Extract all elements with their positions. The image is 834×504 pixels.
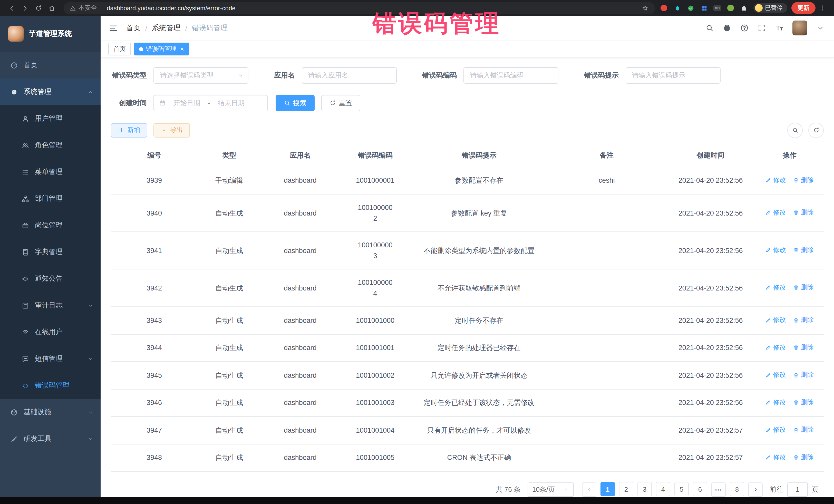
close-icon[interactable]: ×: [180, 46, 184, 52]
sidebar-item-dicts[interactable]: 字典管理: [0, 239, 101, 265]
green-extension-icon[interactable]: [726, 4, 735, 12]
error-code-input[interactable]: [463, 67, 558, 83]
start-date-input[interactable]: [169, 99, 205, 107]
date-range-picker[interactable]: -: [153, 95, 268, 111]
profile-chip[interactable]: 已暂停: [753, 3, 787, 13]
edit-button[interactable]: 修改: [766, 424, 786, 435]
browser-back-button[interactable]: [5, 1, 19, 15]
goto-page-input[interactable]: [787, 482, 808, 497]
app-logo[interactable]: 芋道管理系统: [0, 16, 101, 52]
edit-button[interactable]: 修改: [766, 245, 786, 256]
delete-button[interactable]: 删除: [793, 370, 814, 380]
delete-button[interactable]: 删除: [793, 314, 814, 325]
sidebar-item-error-codes[interactable]: 错误码管理: [0, 372, 101, 399]
add-button[interactable]: 新增: [111, 123, 147, 137]
sidebar-item-users[interactable]: 用户管理: [0, 105, 101, 132]
app-name-field[interactable]: [302, 67, 396, 83]
cell-hint: 只允许修改为开启或者关闭状态: [411, 361, 548, 389]
fullscreen-icon[interactable]: [758, 24, 766, 32]
more-pages-button[interactable]: •••: [711, 482, 726, 497]
page-button-4[interactable]: 4: [656, 482, 670, 496]
sidebar-item-online-users[interactable]: 在线用户: [0, 319, 101, 345]
edit-button[interactable]: 修改: [766, 282, 786, 293]
delete-button[interactable]: 删除: [793, 207, 814, 218]
sidebar-item-notices[interactable]: 通知公告: [0, 265, 101, 292]
edit-button[interactable]: 修改: [766, 452, 786, 463]
page-button-1[interactable]: 1: [600, 482, 615, 496]
page-button-6[interactable]: 6: [693, 482, 707, 496]
end-date-input[interactable]: [213, 99, 249, 107]
edit-button[interactable]: 修改: [766, 175, 786, 185]
export-button[interactable]: 导出: [153, 123, 190, 137]
delete-button[interactable]: 删除: [793, 424, 814, 435]
page-button-2[interactable]: 2: [619, 482, 633, 496]
browser-refresh-button[interactable]: [32, 1, 45, 15]
delete-button[interactable]: 删除: [793, 245, 814, 256]
sidebar-item-roles[interactable]: 角色管理: [0, 132, 101, 159]
topbar-actions: [705, 21, 825, 36]
github-icon[interactable]: [723, 24, 731, 32]
sidebar-item-menus[interactable]: 菜单管理: [0, 159, 101, 185]
sidebar-item-home[interactable]: 首页: [0, 52, 101, 79]
tab-home[interactable]: 首页: [108, 43, 131, 56]
sidebar-item-system[interactable]: 系统管理: [0, 79, 101, 105]
edit-button[interactable]: 修改: [766, 342, 786, 353]
sidebar-item-sms[interactable]: 短信管理: [0, 345, 101, 372]
question-icon[interactable]: [740, 24, 749, 32]
trash-icon: [793, 317, 799, 323]
delete-button[interactable]: 删除: [793, 175, 814, 185]
breadcrumb-item[interactable]: 系统管理: [152, 24, 181, 33]
breadcrumb-item[interactable]: 首页: [126, 24, 140, 33]
address-bar[interactable]: 不安全 dashboard.yudao.iocoder.cn/system/er…: [64, 2, 655, 14]
delete-button[interactable]: 删除: [793, 342, 814, 353]
browser-update-button[interactable]: 更新: [791, 2, 815, 14]
next-page-button[interactable]: [748, 482, 763, 497]
error-code-field[interactable]: [463, 67, 558, 83]
sidebar-item-audit-logs[interactable]: 审计日志: [0, 292, 101, 319]
browser-forward-button[interactable]: [19, 1, 32, 15]
bookmark-button[interactable]: [641, 4, 649, 12]
page-size-select[interactable]: 10条/页: [528, 482, 574, 497]
check-extension-icon[interactable]: [686, 4, 695, 12]
edit-button[interactable]: 修改: [766, 370, 786, 380]
error-type-select-input[interactable]: [153, 67, 248, 83]
edit-button[interactable]: 修改: [766, 397, 786, 408]
user-avatar[interactable]: [792, 21, 807, 36]
security-indicator[interactable]: 不安全: [70, 4, 97, 12]
delete-button[interactable]: 删除: [793, 282, 814, 293]
app-name-input[interactable]: [302, 67, 396, 83]
search-icon[interactable]: [705, 24, 714, 32]
prev-page-button[interactable]: [582, 482, 596, 497]
on-badge-extension-icon[interactable]: on: [713, 4, 721, 12]
error-type-select[interactable]: [153, 67, 248, 83]
error-hint-field[interactable]: [626, 67, 720, 83]
sidebar-item-infra[interactable]: 基础设施: [0, 399, 101, 425]
toggle-search-button[interactable]: [787, 123, 803, 138]
delete-button[interactable]: 删除: [793, 452, 814, 463]
font-size-icon[interactable]: [775, 24, 784, 32]
red-extension-icon[interactable]: [660, 4, 668, 12]
sidebar-item-dev-tools[interactable]: 研发工具: [0, 425, 101, 452]
page-button-5[interactable]: 5: [674, 482, 689, 496]
chevron-down-icon[interactable]: [816, 24, 825, 32]
sms-icon: [22, 355, 29, 363]
delete-button[interactable]: 删除: [793, 397, 814, 408]
drop-extension-icon[interactable]: [673, 4, 681, 12]
edit-button[interactable]: 修改: [766, 314, 786, 325]
error-hint-input[interactable]: [626, 67, 720, 83]
browser-home-button[interactable]: [45, 1, 59, 15]
refresh-table-button[interactable]: [808, 123, 824, 138]
edit-button[interactable]: 修改: [766, 207, 786, 218]
browser-menu-button[interactable]: [815, 1, 829, 15]
search-button[interactable]: 搜索: [276, 95, 314, 111]
delete-label: 删除: [801, 370, 814, 380]
puzzle-extension-icon[interactable]: [740, 4, 748, 12]
page-button-8[interactable]: 8: [730, 482, 744, 496]
sidebar-item-depts[interactable]: 部门管理: [0, 185, 101, 212]
sidebar-item-posts[interactable]: 岗位管理: [0, 212, 101, 239]
sidebar-toggle-button[interactable]: [109, 24, 118, 33]
tab-error-code[interactable]: 错误码管理×: [134, 43, 189, 56]
page-button-3[interactable]: 3: [637, 482, 652, 496]
grid-extension-icon[interactable]: [700, 4, 708, 12]
reset-button[interactable]: 重置: [321, 95, 360, 111]
